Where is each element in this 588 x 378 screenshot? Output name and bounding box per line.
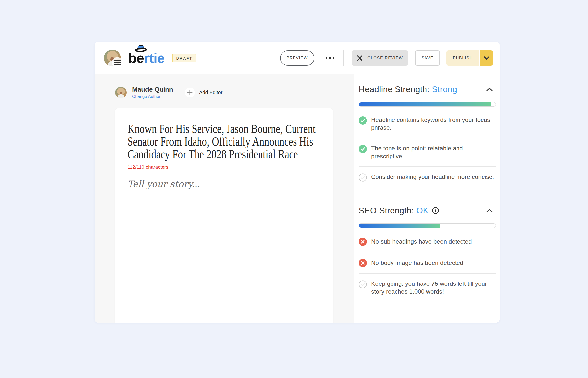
text-caret — [299, 150, 299, 160]
draft-status-badge: DRAFT — [172, 54, 196, 62]
close-review-label: CLOSE REVIEW — [367, 56, 403, 60]
seo-strength-rating: OK — [416, 206, 428, 215]
checklist-item: The tone is on point: relatable and pres… — [359, 138, 496, 166]
checklist-item: Consider making your headline more conci… — [359, 167, 496, 188]
story-body-input[interactable]: Tell your story... — [128, 179, 321, 189]
pending-circle-icon — [359, 173, 367, 182]
plus-icon — [185, 88, 195, 97]
preview-button[interactable]: PREVIEW — [280, 50, 314, 66]
toolbar-divider — [343, 50, 344, 66]
close-review-button[interactable]: CLOSE REVIEW — [352, 50, 408, 66]
check-circle-icon — [359, 116, 367, 125]
words-left-count: 75 — [431, 280, 438, 287]
headline-line-3: Candidacy For The 2028 Presidential Race — [128, 148, 321, 160]
section-divider — [359, 193, 496, 193]
headline-input[interactable]: Known For His Service, Jason Bourne, Cur… — [128, 123, 321, 160]
author-avatar — [115, 87, 127, 98]
pending-circle-icon — [359, 280, 367, 288]
checklist-item: No sub-headings have been detected — [359, 231, 496, 252]
chevron-up-icon — [486, 87, 493, 92]
user-avatar-menu[interactable] — [104, 50, 121, 66]
info-icon — [432, 207, 439, 214]
headline-strength-header: Headline Strength: Strong — [359, 84, 496, 94]
editor-content-area: Maude Quinn Change Author Add Editor Kno… — [95, 74, 354, 323]
chevron-up-icon — [486, 208, 493, 213]
more-dots-icon — [326, 57, 327, 59]
error-circle-icon — [359, 238, 367, 246]
bowler-hat-icon — [134, 43, 148, 53]
checklist-item: No body image has been detected — [359, 252, 496, 273]
author-name: Maude Quinn — [132, 86, 185, 93]
headline-strength-progress — [359, 102, 496, 107]
chevron-down-icon — [483, 56, 490, 61]
checklist-item: Keep going, you have 75 words left till … — [359, 274, 496, 302]
checklist-item: Headline contains keywords from your foc… — [359, 110, 496, 138]
headline-strength-rating: Strong — [432, 84, 457, 94]
review-sidebar: Headline Strength: Strong — [354, 74, 500, 323]
author-row: Maude Quinn Change Author Add Editor — [115, 86, 354, 99]
check-circle-icon — [359, 145, 367, 153]
seo-checklist: No sub-headings have been detected No bo… — [359, 231, 496, 302]
section-divider — [359, 307, 496, 307]
more-options-button[interactable] — [324, 50, 336, 66]
save-button[interactable]: SAVE — [415, 50, 440, 66]
story-paper: Known For His Service, Jason Bourne, Cur… — [115, 108, 333, 323]
seo-strength-header: SEO Strength: OK — [359, 206, 496, 215]
publish-split-button: PUBLISH — [446, 50, 493, 66]
bertie-logo[interactable]: bertie — [128, 50, 165, 66]
headline-checklist: Headline contains keywords from your foc… — [359, 110, 496, 188]
top-bar: bertie DRAFT PREVIEW CLOSE REVIEW SAVE P… — [95, 42, 500, 74]
close-icon — [357, 55, 363, 61]
hamburger-menu-icon[interactable] — [112, 57, 123, 68]
add-editor-label: Add Editor — [199, 90, 222, 95]
publish-button[interactable]: PUBLISH — [446, 50, 479, 66]
error-circle-icon — [359, 259, 367, 267]
seo-info-button[interactable] — [432, 207, 439, 214]
add-editor-button[interactable]: Add Editor — [185, 88, 222, 97]
headline-line-2: Senator From Idaho, Officially Announces… — [128, 135, 321, 148]
change-author-link[interactable]: Change Author — [132, 94, 185, 99]
seo-strength-title: SEO Strength: OK — [359, 206, 428, 215]
seo-section-collapse-button[interactable] — [486, 208, 493, 213]
logo-text-blue: rtie — [144, 50, 164, 66]
seo-strength-progress — [359, 223, 496, 228]
headline-strength-title: Headline Strength: Strong — [359, 84, 457, 94]
publish-dropdown-button[interactable] — [480, 50, 493, 66]
headline-char-count: 112/110 characters — [128, 164, 321, 170]
editor-window: bertie DRAFT PREVIEW CLOSE REVIEW SAVE P… — [95, 42, 500, 323]
headline-section-collapse-button[interactable] — [486, 87, 493, 92]
headline-line-1: Known For His Service, Jason Bourne, Cur… — [128, 123, 321, 135]
